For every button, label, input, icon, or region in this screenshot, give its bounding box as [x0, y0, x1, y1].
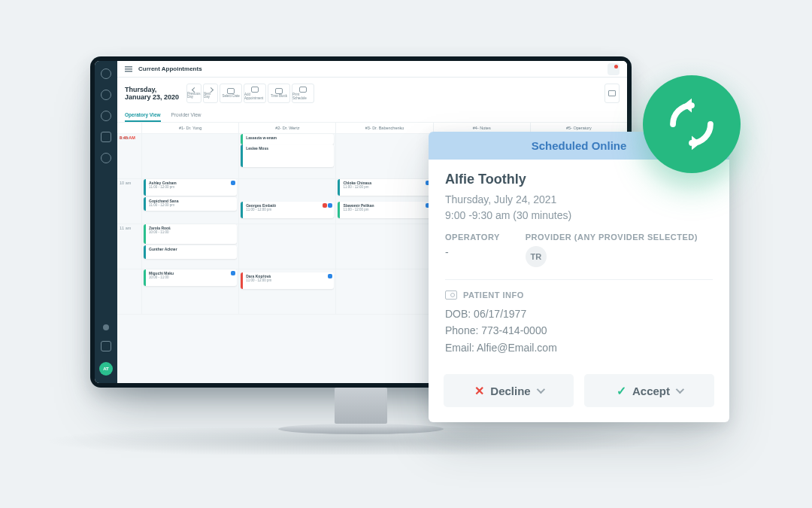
nav-dashboard-icon[interactable] — [101, 90, 111, 100]
operatory-col-1: #1- Dr. Yong — [141, 123, 238, 133]
x-icon: ✕ — [474, 384, 484, 398]
appointment[interactable]: Gopichand Sana11:00 - 12:00 pm — [144, 197, 237, 211]
nav-schedule-icon[interactable] — [101, 111, 111, 121]
add-appointment-button[interactable]: Add Appointment — [244, 84, 266, 103]
operatory-label: OPERATORY — [445, 233, 500, 242]
current-time-indicator: 8:45 AM — [120, 135, 135, 140]
accept-button[interactable]: ✓ Accept — [584, 374, 714, 407]
appointment[interactable]: Miguchi Maku10:00 - 11:00 — [144, 269, 237, 286]
menu-icon[interactable] — [125, 66, 132, 72]
patient-email: Email: Alfie@Email.com — [445, 339, 713, 356]
sync-icon — [662, 95, 721, 154]
appointment[interactable]: Leslee Moss — [241, 144, 334, 167]
monitor-stand — [335, 388, 387, 424]
decline-button[interactable]: ✕ Decline — [444, 374, 574, 407]
appointment[interactable]: Zarola Rooš10:00 - 11:00 — [144, 224, 237, 244]
appointment[interactable]: Georges Embaló11:00 - 12:00 pm — [241, 202, 334, 218]
tab-provider-view[interactable]: Provider View — [171, 109, 201, 122]
chevron-down-icon — [676, 385, 684, 394]
tab-operatory-view[interactable]: Operatory View — [125, 109, 161, 122]
chevron-down-icon — [536, 385, 544, 394]
monitor-shadow — [45, 427, 662, 455]
appointment-meta: Thursday, July 24, 2021 9:00 -9:30 am (3… — [445, 192, 713, 224]
appointment[interactable]: Lassezia w-enam — [241, 134, 334, 144]
appointment-date: Thursday, July 24, 2021 — [445, 192, 713, 208]
provider-label: PROVIDER (ANY PROVIDER SELECTED) — [526, 233, 698, 242]
patient-info-icon — [445, 291, 457, 300]
print-schedule-button[interactable]: Print Schedule — [292, 84, 314, 103]
current-date: Thursday, January 23, 2020 — [125, 86, 179, 102]
provider-chip: TR — [526, 246, 547, 267]
next-day-button[interactable]: Next Day — [203, 84, 218, 103]
nav-reports-icon[interactable] — [101, 153, 111, 163]
topbar: Current Appointments — [117, 61, 627, 78]
appointment[interactable]: Gunther Ackner — [144, 245, 237, 259]
header: Thursday, January 23, 2020 Previous Day … — [117, 78, 627, 106]
select-date-button[interactable]: Select Date — [220, 84, 242, 103]
operatory-value: - — [445, 246, 500, 258]
page-title: Current Appointments — [138, 65, 202, 72]
patient-info-heading: PATIENT INFO — [463, 291, 524, 300]
appointment[interactable]: Dara Kopřová11:00 - 12:00 pm — [241, 272, 334, 289]
operatory-col-2: #2- Dr. Wertz — [238, 123, 335, 133]
prev-day-button[interactable]: Previous Day — [186, 84, 201, 103]
toolbar: Previous Day Next Day Select Date Add Ap… — [186, 84, 314, 103]
svg-marker-0 — [683, 99, 692, 113]
card-actions: ✕ Decline ✓ Accept — [429, 364, 729, 422]
appointment-time: 9:00 -9:30 am (30 minutes) — [445, 208, 713, 224]
check-icon: ✓ — [617, 384, 626, 398]
operatory-col-3: #3- Dr. Babenchenko — [335, 123, 432, 133]
patient-info-section: PATIENT INFO DOB: 06/17/1977 Phone: 773-… — [445, 279, 713, 356]
appointment[interactable]: Ashley Graham11:00 - 12:00 pm — [144, 179, 237, 196]
nav-patients-icon[interactable] — [101, 132, 111, 142]
time-block-button[interactable]: Time Block — [268, 84, 290, 103]
operatory-provider-row: OPERATORY - PROVIDER (ANY PROVIDER SELEC… — [445, 233, 713, 267]
help-icon[interactable] — [103, 324, 109, 330]
user-avatar[interactable]: AT — [99, 362, 113, 376]
notifications-icon[interactable] — [607, 63, 620, 75]
appointment[interactable]: Slawomir Pelikan11:00 - 12:00 pm — [338, 202, 431, 218]
patient-dob: DOB: 06/17/1977 — [445, 306, 713, 322]
sync-badge — [643, 75, 741, 173]
filter-button[interactable] — [604, 84, 620, 103]
patient-phone: Phone: 773-414-0000 — [445, 322, 713, 339]
nav-home-icon[interactable] — [101, 68, 111, 79]
settings-icon[interactable] — [101, 341, 111, 351]
side-rail: AT — [95, 61, 117, 383]
view-tabs: Operatory View Provider View — [117, 106, 627, 122]
appointment[interactable]: Chloke Chinasa11:00 - 12:00 pm — [338, 179, 431, 196]
svg-marker-1 — [692, 136, 701, 151]
